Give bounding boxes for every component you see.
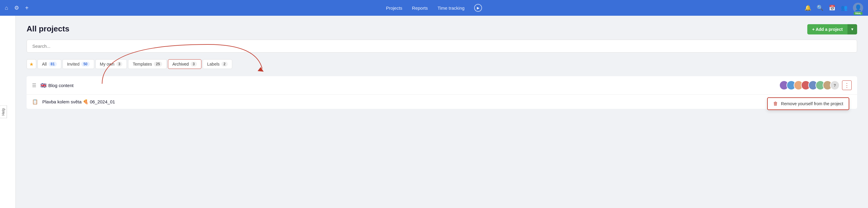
- tab-labels[interactable]: Labels 2: [203, 59, 232, 69]
- three-dot-menu-blog[interactable]: ⋮: [842, 81, 852, 90]
- help-tab[interactable]: Help: [0, 106, 7, 119]
- user-avatar: 👤: [853, 3, 863, 13]
- avatar-more: ?: [830, 81, 840, 90]
- nav-reports[interactable]: Reports: [412, 5, 428, 10]
- sidebar: Help: [0, 16, 16, 208]
- nav-right: 🔔 🔍 📅 👥 👤 TRIAL: [805, 3, 863, 13]
- tab-archived-count: 3: [191, 62, 197, 66]
- project-name-blog[interactable]: Blog content: [48, 83, 73, 88]
- nav-time-tracking[interactable]: Time tracking: [438, 5, 465, 10]
- tab-all-label: All: [42, 62, 47, 66]
- project-list: ☰ 🇬🇧 Blog content ? ⋮ 🗑 Rem: [27, 76, 857, 109]
- tab-myown[interactable]: My own 3: [95, 59, 127, 69]
- top-nav: ⌂ ⚙ + Projects Reports Time tracking ▶ 🔔…: [0, 0, 868, 16]
- star-filter-button[interactable]: ★: [27, 59, 36, 69]
- plus-icon[interactable]: +: [25, 4, 29, 11]
- tab-labels-count: 2: [221, 62, 228, 66]
- nav-center: Projects Reports Time tracking ▶: [386, 4, 482, 12]
- project-type-icon-blog: ☰: [32, 83, 36, 88]
- tab-labels-label: Labels: [207, 62, 220, 66]
- tab-myown-label: My own: [100, 62, 115, 66]
- tab-all[interactable]: All 81: [37, 59, 61, 69]
- page-title: All projects: [27, 24, 857, 34]
- project-row-blog: ☰ 🇬🇧 Blog content ? ⋮ 🗑 Rem: [27, 76, 857, 95]
- people-icon[interactable]: 👥: [841, 4, 847, 11]
- tab-templates[interactable]: Templates 25: [128, 59, 166, 69]
- tabs-container: ★ All 81 Invited 50 My own 3 Templates 2…: [27, 59, 857, 69]
- tab-templates-label: Templates: [132, 62, 152, 66]
- play-button[interactable]: ▶: [474, 4, 482, 12]
- project-row-plavba: 📋 Plavba kolem světa 🍕 06_2024_01: [27, 95, 857, 109]
- trial-badge: TRIAL: [854, 12, 863, 15]
- avatar-group-blog: ? ⋮ 🗑 Remove yourself from the project: [779, 81, 852, 90]
- main-content: All projects + Add a project ▼ ★ All 81 …: [16, 16, 868, 208]
- dropdown-menu-blog: 🗑 Remove yourself from the project: [767, 97, 849, 110]
- add-project-button-group[interactable]: + Add a project ▼: [807, 24, 857, 34]
- dropdown-menu-text[interactable]: Remove yourself from the project: [781, 101, 843, 106]
- tab-invited-count: 50: [81, 62, 89, 66]
- home-icon[interactable]: ⌂: [5, 5, 8, 11]
- bell-icon[interactable]: 🔔: [805, 4, 811, 11]
- tab-archived[interactable]: Archived 3: [168, 59, 202, 69]
- project-type-icon-plavba: 📋: [32, 99, 38, 105]
- tab-all-count: 81: [49, 62, 57, 66]
- search-icon[interactable]: 🔍: [817, 4, 823, 11]
- layout: Help All projects + Add a project ▼ ★ Al…: [0, 16, 868, 208]
- tab-archived-label: Archived: [173, 62, 189, 66]
- tab-templates-count: 25: [154, 62, 162, 66]
- user-avatar-wrapper[interactable]: 👤 TRIAL: [853, 3, 863, 13]
- add-project-dropdown-button[interactable]: ▼: [847, 24, 857, 34]
- calendar-icon[interactable]: 📅: [829, 4, 835, 11]
- tab-invited-label: Invited: [67, 62, 80, 66]
- trash-icon: 🗑: [773, 101, 778, 107]
- nav-left: ⌂ ⚙ +: [5, 4, 29, 11]
- add-project-main-button[interactable]: + Add a project: [807, 24, 847, 34]
- tab-invited[interactable]: Invited 50: [63, 59, 94, 69]
- search-input[interactable]: [27, 39, 857, 53]
- project-name-plavba[interactable]: Plavba kolem světa 🍕 06_2024_01: [42, 99, 115, 105]
- gear-icon[interactable]: ⚙: [14, 4, 19, 11]
- project-flag-blog: 🇬🇧: [40, 83, 46, 88]
- nav-projects[interactable]: Projects: [386, 5, 402, 10]
- tab-myown-count: 3: [116, 62, 123, 66]
